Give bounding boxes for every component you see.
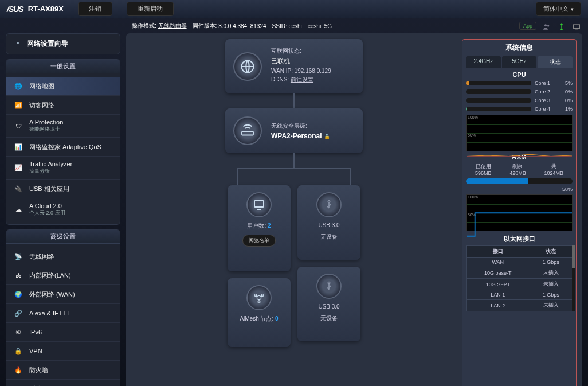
sidebar-item-1[interactable]: 📶访客网络	[6, 96, 120, 115]
ram-free: 428MB	[509, 170, 526, 176]
sidebar-adv-item-1[interactable]: 🖧内部网络(LAN)	[6, 266, 120, 285]
menu-icon: 📈	[13, 163, 23, 173]
svg-rect-2	[574, 25, 580, 29]
sidebar-item-6[interactable]: ☁AiCloud 2.0个人云 2.0 应用	[6, 198, 120, 221]
security-value: WPA2-Personal	[271, 132, 330, 140]
menu-label: 防火墙	[29, 366, 48, 375]
app-badge[interactable]: App	[519, 22, 536, 30]
menu-icon: 🔗	[13, 308, 23, 318]
op-mode-value[interactable]: 无线路由器	[158, 22, 187, 30]
sidebar-adv-item-3[interactable]: 🔗Alexa & IFTTT	[6, 304, 120, 323]
menu-icon: 🔒	[13, 346, 23, 356]
menu-label: Traffic Analyzer流量分析	[29, 161, 72, 175]
sidebar: 网络设置向导 一般设置 🌐网络地图📶访客网络🛡AiProtection智能网络卫…	[6, 33, 120, 386]
eth-col-status: 状态	[530, 246, 572, 258]
ddns-link[interactable]: 前往设置	[291, 76, 313, 83]
sidebar-adv-item-6[interactable]: 🔥防火墙	[6, 361, 120, 380]
tab-status[interactable]: 状态	[538, 56, 573, 68]
header: /SUS RT-AX89X 注销 重新启动 简体中文	[0, 0, 588, 18]
usb-2-status: 无设备	[320, 314, 338, 322]
setup-wizard-button[interactable]: 网络设置向导	[6, 34, 120, 54]
usb-card-1[interactable]: USB 3.0 无设备	[297, 185, 360, 260]
network-icon[interactable]	[572, 22, 581, 29]
eth-row: LAN 2未插入	[467, 300, 573, 311]
router-card[interactable]: 无线安全层级: WPA2-Personal	[225, 108, 363, 153]
wan-ip-value: 192.168.0.129	[295, 68, 331, 74]
svg-point-12	[328, 282, 330, 284]
users-icon[interactable]	[542, 22, 551, 29]
clients-label: 用户数:	[247, 223, 266, 229]
eth-row: LAN 11 Gbps	[467, 290, 573, 300]
menu-label: 无线网络	[29, 252, 54, 261]
system-info-panel: 系统信息 2.4GHz 5GHz 状态 CPU Core 15%Core 20%…	[462, 39, 577, 386]
menu-icon: 🌐	[13, 81, 23, 91]
menu-label: 访客网络	[29, 101, 54, 110]
cpu-title: CPU	[466, 71, 573, 78]
ssid-label: SSID:	[272, 23, 287, 29]
network-topology: 互联网状态: 已联机 WAN IP: 192.168.0.129 DDNS: 前…	[132, 39, 456, 386]
svg-rect-6	[254, 201, 264, 207]
fw-value[interactable]: 3.0.0.4.384_81324	[218, 23, 266, 29]
ram-used-label: 已使用	[475, 163, 492, 170]
sidebar-adv-item-5[interactable]: 🔒VPN	[6, 342, 120, 361]
sidebar-item-3[interactable]: 📊网络监控家 Adaptive QoS	[6, 138, 120, 157]
sidebar-item-2[interactable]: 🛡AiProtection智能网络卫士	[6, 115, 120, 138]
sidebar-adv-item-7[interactable]: ⚙系统管理	[6, 380, 120, 386]
svg-point-11	[328, 201, 330, 202]
brand-logo: /SUS	[7, 5, 23, 14]
connector-line	[293, 153, 295, 168]
svg-point-10	[258, 301, 260, 303]
aimesh-card[interactable]: AiMesh 节点: 0	[228, 278, 291, 347]
ethernet-scrollbar[interactable]	[572, 245, 575, 311]
sidebar-adv-item-2[interactable]: 🌍外部网络 (WAN)	[6, 285, 120, 304]
sidebar-item-4[interactable]: 📈Traffic Analyzer流量分析	[6, 157, 120, 180]
ssid-1[interactable]: ceshi	[288, 23, 301, 29]
menu-label: Alexa & IFTTT	[29, 310, 70, 317]
cpu-core-row: Core 20%	[466, 89, 573, 95]
sidebar-item-5[interactable]: 🔌USB 相关应用	[6, 180, 120, 198]
eth-col-port: 接口	[467, 246, 530, 258]
menu-icon: 📶	[13, 100, 23, 110]
usb-card-2[interactable]: USB 3.0 无设备	[297, 267, 360, 341]
usb-icon[interactable]	[557, 22, 566, 29]
system-info-title: 系统信息	[466, 43, 573, 53]
model-name: RT-AX89X	[28, 5, 64, 13]
internet-status-value: 已联机	[271, 57, 331, 65]
internet-card[interactable]: 互联网状态: 已联机 WAN IP: 192.168.0.129 DDNS: 前…	[225, 39, 363, 93]
svg-point-1	[547, 25, 549, 26]
menu-label: AiProtection智能网络卫士	[29, 119, 63, 133]
ddns-label: DDNS:	[271, 76, 289, 83]
usb-1-title: USB 3.0	[318, 222, 339, 228]
menu-icon: 🛡	[13, 121, 23, 131]
monitor-icon	[246, 192, 272, 217]
tab-24ghz[interactable]: 2.4GHz	[466, 56, 501, 68]
ram-used: 596MB	[475, 170, 492, 176]
menu-icon: 📡	[13, 251, 23, 262]
menu-label: AiCloud 2.0个人云 2.0 应用	[29, 202, 65, 217]
clients-count: 2	[268, 223, 271, 229]
ethernet-table: 接口 状态 WAN1 Gbps10G base-T未插入10G SFP+未插入L…	[466, 245, 573, 311]
status-bar: 操作模式: 无线路由器 固件版本: 3.0.0.4.384_81324 SSID…	[0, 18, 588, 33]
connector-line	[293, 93, 295, 108]
sidebar-item-0[interactable]: 🌐网络地图	[6, 77, 120, 96]
logout-button[interactable]: 注销	[78, 2, 112, 16]
eth-row: WAN1 Gbps	[467, 258, 573, 267]
wan-ip-label: WAN IP:	[271, 68, 293, 74]
menu-icon: ⑥	[13, 327, 23, 337]
sidebar-adv-item-4[interactable]: ⑥IPv6	[6, 323, 120, 342]
menu-icon: ⚙	[13, 384, 23, 386]
cpu-core-row: Core 30%	[466, 98, 573, 103]
setup-wizard-label: 网络设置向导	[27, 39, 68, 49]
reboot-button[interactable]: 重新启动	[127, 2, 174, 16]
eth-row: 10G base-T未插入	[467, 267, 573, 279]
tab-5ghz[interactable]: 5GHz	[502, 56, 537, 68]
menu-icon: ☁	[13, 205, 23, 215]
menu-label: USB 相关应用	[29, 185, 69, 193]
language-select[interactable]: 简体中文	[536, 2, 581, 16]
clients-card[interactable]: 用户数: 2 阅览名单	[228, 185, 291, 271]
svg-point-0	[544, 24, 547, 26]
sidebar-adv-item-0[interactable]: 📡无线网络	[6, 247, 120, 266]
menu-icon: 📊	[13, 142, 23, 152]
ssid-2[interactable]: ceshi_5G	[308, 23, 332, 29]
view-list-button[interactable]: 阅览名单	[242, 235, 276, 247]
